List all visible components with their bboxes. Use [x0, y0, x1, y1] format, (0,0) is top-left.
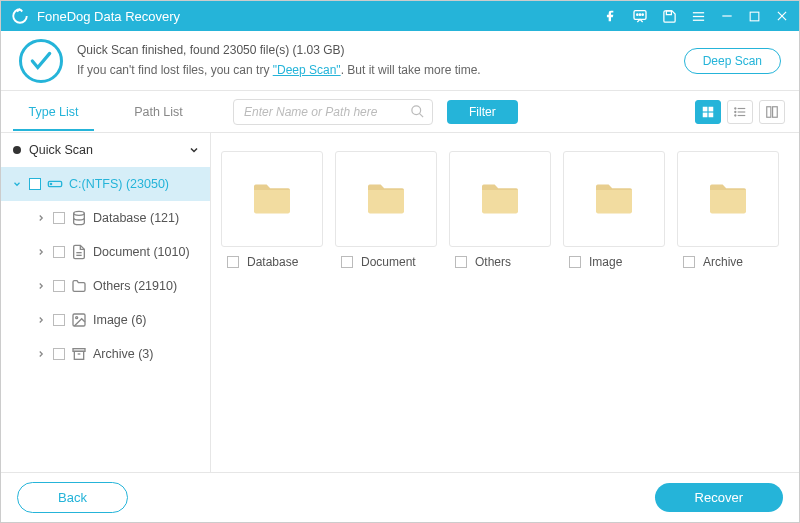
svg-rect-35 — [74, 351, 83, 359]
folder-card[interactable]: Document — [335, 151, 437, 269]
folder-card[interactable]: Others — [449, 151, 551, 269]
checkbox[interactable] — [569, 256, 581, 268]
checkbox[interactable] — [227, 256, 239, 268]
checkbox[interactable] — [53, 280, 65, 292]
svg-point-22 — [735, 111, 736, 112]
svg-point-28 — [50, 183, 51, 184]
list-view-button[interactable] — [727, 100, 753, 124]
chevron-right-icon — [35, 247, 47, 257]
facebook-icon[interactable] — [604, 9, 618, 23]
deep-scan-button[interactable]: Deep Scan — [684, 48, 781, 74]
checkbox[interactable] — [455, 256, 467, 268]
status-messages: Quick Scan finished, found 23050 file(s)… — [77, 41, 684, 79]
tree-item-label: Others (21910) — [93, 279, 177, 293]
detail-view-button[interactable] — [759, 100, 785, 124]
folder-icon — [335, 151, 437, 247]
bullet-icon — [11, 145, 23, 155]
folder-card-label: Database — [247, 255, 298, 269]
tree-root-quick-scan[interactable]: Quick Scan — [1, 133, 210, 167]
document-icon — [71, 244, 87, 260]
folder-icon — [221, 151, 323, 247]
list-tabs: Type List Path List — [1, 93, 211, 131]
chevron-right-icon — [35, 349, 47, 359]
checkbox[interactable] — [53, 212, 65, 224]
toolbar: Type List Path List Filter — [1, 91, 799, 133]
checkbox[interactable] — [683, 256, 695, 268]
tree-item[interactable]: Image (6) — [1, 303, 210, 337]
tree-item[interactable]: Others (21910) — [1, 269, 210, 303]
tree-item-label: Archive (3) — [93, 347, 153, 361]
svg-point-21 — [735, 107, 736, 108]
database-icon — [71, 210, 87, 226]
recover-button[interactable]: Recover — [655, 483, 783, 512]
svg-rect-17 — [709, 112, 714, 117]
folder-card[interactable]: Archive — [677, 151, 779, 269]
svg-point-12 — [412, 105, 421, 114]
app-title: FoneDog Data Recovery — [37, 9, 604, 24]
search-wrap — [233, 99, 433, 125]
tree-drive-c[interactable]: C:(NTFS) (23050) — [1, 167, 210, 201]
tree-item-label: Database (121) — [93, 211, 179, 225]
svg-point-26 — [13, 146, 21, 154]
close-button[interactable] — [775, 9, 789, 23]
archive-icon — [71, 346, 87, 362]
image-icon — [71, 312, 87, 328]
minimize-button[interactable] — [720, 9, 734, 23]
checkbox[interactable] — [29, 178, 41, 190]
tree-item[interactable]: Archive (3) — [1, 337, 210, 371]
svg-point-33 — [76, 317, 78, 319]
chevron-right-icon — [35, 281, 47, 291]
folder-icon — [563, 151, 665, 247]
folder-card[interactable]: Database — [221, 151, 323, 269]
folder-cards: DatabaseDocumentOthersImageArchive — [221, 151, 789, 269]
folder-card-label: Archive — [703, 255, 743, 269]
tree-item[interactable]: Document (1010) — [1, 235, 210, 269]
svg-rect-16 — [703, 112, 708, 117]
deep-scan-link[interactable]: "Deep Scan" — [273, 63, 341, 77]
checkbox[interactable] — [53, 314, 65, 326]
svg-rect-14 — [703, 106, 708, 111]
status-banner: Quick Scan finished, found 23050 file(s)… — [1, 31, 799, 91]
folder-card[interactable]: Image — [563, 151, 665, 269]
app-logo-icon — [11, 7, 29, 25]
svg-rect-24 — [767, 106, 771, 117]
window-controls — [604, 8, 789, 24]
back-button[interactable]: Back — [17, 482, 128, 513]
maximize-button[interactable] — [748, 10, 761, 23]
grid-view-button[interactable] — [695, 100, 721, 124]
status-line1: Quick Scan finished, found 23050 file(s)… — [77, 41, 684, 60]
chevron-right-icon — [35, 315, 47, 325]
titlebar: FoneDog Data Recovery — [1, 1, 799, 31]
tree-item[interactable]: Database (121) — [1, 201, 210, 235]
save-icon[interactable] — [662, 9, 677, 24]
svg-rect-4 — [666, 10, 671, 14]
svg-point-1 — [637, 14, 638, 15]
tab-path-list[interactable]: Path List — [106, 93, 211, 131]
chevron-right-icon — [35, 213, 47, 223]
checkmark-icon — [19, 39, 63, 83]
filter-button[interactable]: Filter — [447, 100, 518, 124]
feedback-icon[interactable] — [632, 8, 648, 24]
search-icon[interactable] — [410, 104, 425, 119]
svg-point-29 — [74, 211, 85, 215]
view-mode-buttons — [695, 100, 785, 124]
svg-rect-15 — [709, 106, 714, 111]
checkbox[interactable] — [53, 246, 65, 258]
chevron-down-icon[interactable] — [188, 144, 200, 156]
folder-icon — [449, 151, 551, 247]
folder-card-label: Document — [361, 255, 416, 269]
drive-icon — [47, 176, 63, 192]
menu-icon[interactable] — [691, 9, 706, 24]
content-panel: DatabaseDocumentOthersImageArchive — [211, 133, 799, 473]
svg-point-23 — [735, 114, 736, 115]
svg-line-13 — [419, 113, 423, 117]
tree-item-label: Image (6) — [93, 313, 147, 327]
tab-type-list[interactable]: Type List — [1, 93, 106, 131]
sidebar-tree: Quick Scan C:(NTFS) (23050) Database (12… — [1, 133, 211, 473]
svg-rect-25 — [773, 106, 778, 117]
checkbox[interactable] — [341, 256, 353, 268]
status-line2: If you can't find lost files, you can tr… — [77, 61, 684, 80]
folder-icon — [677, 151, 779, 247]
search-input[interactable] — [233, 99, 433, 125]
checkbox[interactable] — [53, 348, 65, 360]
